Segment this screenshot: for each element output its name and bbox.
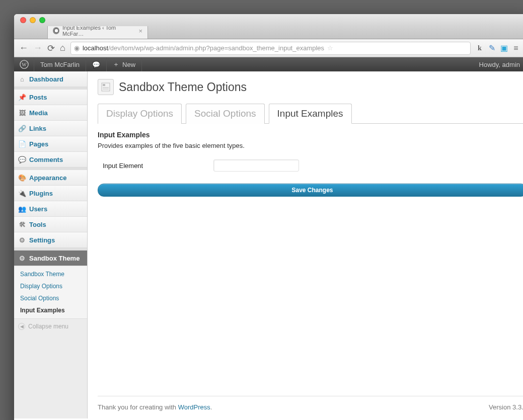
- extension-eyedropper-icon[interactable]: ✎: [488, 44, 496, 52]
- browser-window: ⤢ Input Examples ‹ Tom McFar… × ← → ⟳ ⌂ …: [14, 14, 523, 420]
- window-titlebar: ⤢: [14, 14, 523, 26]
- dashboard-icon: ⌂: [18, 75, 26, 83]
- media-icon: 🖼: [18, 109, 26, 117]
- sidebar-item-tools[interactable]: 🛠Tools: [14, 217, 87, 232]
- browser-toolbar: ← → ⟳ ⌂ ◉ localhost/dev/tom/wp/wp-admin/…: [14, 39, 523, 57]
- sidebar-item-appearance[interactable]: 🎨Appearance: [14, 170, 87, 186]
- page-icon: 📄: [18, 140, 26, 148]
- url-bar[interactable]: ◉ localhost/dev/tom/wp/wp-admin/admin.ph…: [70, 42, 471, 55]
- sidebar-label: Sandbox Theme: [29, 255, 80, 262]
- favicon-icon: [53, 27, 59, 34]
- sidebar-label: Links: [29, 125, 46, 132]
- tab-close-icon[interactable]: ×: [138, 27, 142, 35]
- sidebar-item-posts[interactable]: 📌Posts: [14, 90, 87, 105]
- sidebar-label: Settings: [29, 236, 55, 244]
- section-title: Input Examples: [98, 131, 523, 139]
- sidebar-label: Media: [29, 109, 48, 117]
- sidebar-label: Plugins: [29, 190, 53, 197]
- page-heading: Sandbox Theme Options: [98, 79, 523, 95]
- wp-admin-bar: W Tom McFarlin 💬 ＋ New Howdy, admin: [14, 57, 523, 71]
- adminbar-comments[interactable]: 💬: [86, 57, 107, 71]
- url-host: localhost: [83, 44, 108, 52]
- gear-icon: ⚙: [18, 254, 26, 262]
- sidebar-item-comments[interactable]: 💬Comments: [14, 152, 87, 167]
- page-title: Sandbox Theme Options: [119, 80, 247, 94]
- sidebar-item-settings[interactable]: ⚙Settings: [14, 232, 87, 248]
- tabs: Display Options Social Options Input Exa…: [98, 103, 523, 124]
- save-changes-button[interactable]: Save Changes: [98, 184, 523, 197]
- submenu-item-display-options[interactable]: Display Options: [14, 280, 87, 292]
- pin-icon: 📌: [18, 93, 26, 101]
- tab-title: Input Examples ‹ Tom McFar…: [62, 25, 133, 37]
- minimize-window-button[interactable]: [30, 17, 36, 23]
- bookmark-star-icon[interactable]: ☆: [327, 44, 333, 52]
- footer-thanks-pre: Thank you for creating with: [98, 403, 178, 411]
- close-window-button[interactable]: [20, 17, 26, 23]
- plugin-icon: 🔌: [18, 189, 26, 197]
- sidebar-label: Dashboard: [29, 75, 63, 83]
- zoom-window-button[interactable]: [39, 17, 45, 23]
- greeting-label: Howdy, admin: [479, 61, 520, 68]
- footer-thanks-post: .: [210, 403, 212, 411]
- adminbar-site-name[interactable]: Tom McFarlin: [34, 57, 86, 71]
- footer-version: Version 3.3.1: [489, 403, 523, 411]
- extension-layers-icon[interactable]: ≡: [512, 44, 520, 52]
- submenu-item-social-options[interactable]: Social Options: [14, 292, 87, 304]
- input-element-field[interactable]: [213, 159, 299, 172]
- sidebar-item-pages[interactable]: 📄Pages: [14, 136, 87, 152]
- footer: Thank you for creating with WordPress. V…: [98, 396, 523, 411]
- svg-point-0: [54, 29, 58, 33]
- home-button[interactable]: ⌂: [60, 43, 65, 53]
- back-button[interactable]: ←: [19, 43, 28, 53]
- wordpress-logo-icon[interactable]: W: [14, 57, 34, 71]
- sidebar-item-media[interactable]: 🖼Media: [14, 105, 87, 121]
- submenu-item-sandbox-theme[interactable]: Sandbox Theme: [14, 268, 87, 280]
- browser-tabbar: Input Examples ‹ Tom McFar… ×: [14, 26, 523, 39]
- sidebar-submenu: Sandbox Theme Display Options Social Opt…: [14, 266, 87, 319]
- appearance-icon: 🎨: [18, 174, 26, 182]
- sidebar-label: Appearance: [29, 174, 66, 182]
- sidebar-label: Posts: [29, 94, 47, 101]
- section-description: Provides examples of the five basic elem…: [98, 142, 523, 149]
- tools-icon: 🛠: [18, 220, 26, 228]
- sidebar-label: Users: [29, 205, 47, 213]
- form-row-input-element: Input Element: [98, 159, 523, 172]
- url-text: localhost/dev/tom/wp/wp-admin/admin.php?…: [83, 44, 324, 52]
- sidebar-item-dashboard[interactable]: ⌂Dashboard: [14, 71, 87, 87]
- sidebar-label: Tools: [29, 221, 46, 228]
- extension-image-icon[interactable]: ▣: [500, 44, 508, 52]
- reload-button[interactable]: ⟳: [47, 43, 55, 54]
- footer-thanks: Thank you for creating with WordPress.: [98, 403, 212, 411]
- comment-icon: 💬: [92, 61, 100, 68]
- url-path: /dev/tom/wp/wp-admin/admin.php?page=sand…: [108, 44, 324, 52]
- wp-sidebar: ⌂Dashboard 📌Posts 🖼Media 🔗Links 📄Pages 💬…: [14, 71, 88, 418]
- extension-k-icon[interactable]: k: [476, 44, 484, 52]
- collapse-icon: ◀: [18, 323, 25, 330]
- sidebar-item-sandbox-theme[interactable]: ⚙Sandbox Theme: [14, 250, 87, 266]
- collapse-menu-button[interactable]: ◀ Collapse menu: [14, 319, 87, 334]
- link-icon: 🔗: [18, 124, 26, 132]
- options-icon: [98, 79, 114, 95]
- forward-button[interactable]: →: [33, 43, 42, 53]
- wp-content: Sandbox Theme Options Display Options So…: [88, 71, 523, 418]
- extension-icons: k ✎ ▣ ≡ 🔧: [476, 44, 523, 52]
- adminbar-new[interactable]: ＋ New: [107, 57, 142, 71]
- sidebar-label: Pages: [29, 140, 48, 148]
- tab-display-options[interactable]: Display Options: [98, 104, 182, 124]
- comments-icon: 💬: [18, 155, 26, 163]
- traffic-lights: [20, 17, 45, 23]
- submenu-item-input-examples[interactable]: Input Examples: [14, 304, 87, 316]
- tab-social-options[interactable]: Social Options: [186, 104, 265, 124]
- plus-icon: ＋: [113, 60, 119, 69]
- sidebar-item-users[interactable]: 👥Users: [14, 201, 87, 217]
- users-icon: 👥: [18, 205, 26, 213]
- new-label: New: [122, 61, 135, 68]
- sidebar-item-plugins[interactable]: 🔌Plugins: [14, 186, 87, 201]
- site-name-label: Tom McFarlin: [40, 61, 80, 68]
- svg-rect-4: [103, 84, 105, 86]
- wordpress-link[interactable]: WordPress: [178, 403, 210, 411]
- tab-input-examples[interactable]: Input Examples: [269, 104, 352, 124]
- sidebar-item-links[interactable]: 🔗Links: [14, 121, 87, 136]
- adminbar-account[interactable]: Howdy, admin: [474, 60, 523, 68]
- settings-icon: ⚙: [18, 236, 26, 244]
